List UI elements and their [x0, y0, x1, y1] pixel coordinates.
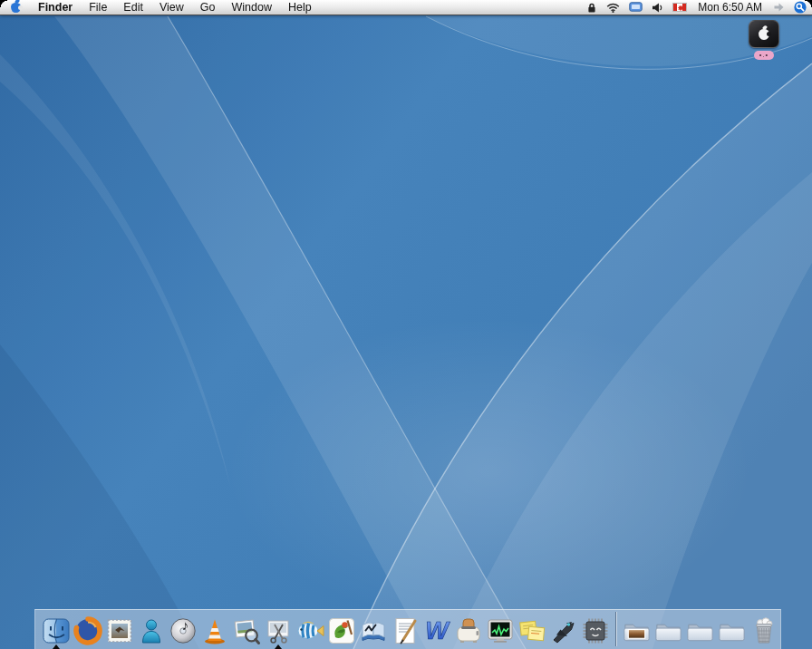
lock-icon: [586, 2, 597, 14]
dock-item-pictures-folder[interactable]: [621, 613, 652, 646]
airport-wifi-icon: [606, 3, 620, 13]
dock-item-cpu-chip[interactable]: [579, 613, 611, 646]
menu-file[interactable]: File: [81, 0, 115, 15]
finder-icon: [41, 615, 72, 646]
dock-item-parrot-paint[interactable]: [325, 613, 357, 646]
mail-stamp-icon: [104, 615, 135, 646]
dock-item-word[interactable]: W: [420, 613, 452, 646]
dock-item-messenger[interactable]: [135, 613, 167, 646]
dock-divider: [615, 612, 616, 646]
folder-icon: [652, 615, 684, 646]
screen-corner-right: [805, 0, 812, 7]
menu-window[interactable]: Window: [223, 0, 279, 15]
user-switching-menu[interactable]: [768, 0, 789, 15]
dock-item-textedit[interactable]: [389, 613, 420, 646]
dock-item-activity-monitor[interactable]: [484, 613, 516, 646]
volume-icon: [652, 3, 663, 13]
dock-item-grab[interactable]: [262, 613, 294, 646]
dock-item-fish-app[interactable]: [294, 613, 325, 646]
menu-finder[interactable]: Finder: [30, 0, 81, 15]
hard-disk-label: •.•: [754, 51, 774, 60]
menu-edit[interactable]: Edit: [115, 0, 151, 15]
menu-clock[interactable]: Mon 6:50 AM: [691, 1, 768, 14]
dock-item-trash[interactable]: [748, 613, 779, 646]
folder-icon: [716, 615, 748, 646]
svg-text:W: W: [425, 617, 450, 644]
input-source-menu[interactable]: [668, 0, 691, 15]
dock-item-finder[interactable]: [40, 613, 72, 646]
screen-corner-left: [0, 0, 7, 7]
canadian-flag-icon: [672, 3, 687, 12]
blue-notebook-icon: [358, 615, 389, 646]
aqua-blue-wallpaper: [0, 0, 812, 649]
dock-item-firefox[interactable]: [72, 613, 103, 646]
dock-item-folder-3[interactable]: [716, 613, 748, 646]
dock-item-stickies[interactable]: [516, 613, 547, 646]
jet-fighter-icon: [548, 615, 579, 646]
volume-menu[interactable]: [647, 0, 668, 15]
parrot-paint-icon: [326, 615, 357, 646]
user-switching-icon: [773, 2, 785, 13]
dock: ♪: [34, 609, 781, 649]
white-apple-logo-icon: [759, 29, 769, 40]
textedit-icon: [390, 615, 420, 646]
lock-menu[interactable]: [582, 0, 602, 15]
dock-item-notebook[interactable]: [357, 613, 389, 646]
firefox-icon: [72, 615, 103, 646]
stickies-icon: [517, 615, 547, 646]
black-apple-drive-icon: [749, 20, 779, 48]
trash-full-icon: [749, 615, 779, 646]
tropical-fish-icon: [295, 615, 325, 646]
messenger-person-icon: [136, 615, 167, 646]
menu-help[interactable]: Help: [280, 0, 320, 15]
displays-menu[interactable]: [624, 0, 647, 15]
desktop-screen: Finder File Edit View Go Window Help: [0, 0, 812, 649]
menu-extras: Mon 6:50 AM: [582, 0, 812, 15]
dock-item-music-cd[interactable]: ♪: [167, 613, 198, 646]
dock-item-jet[interactable]: [547, 613, 579, 646]
grab-scissors-icon: [263, 615, 294, 646]
vlc-cone-icon: [199, 615, 230, 646]
cpu-chip-face-icon: [580, 615, 611, 646]
dock-item-preview[interactable]: [230, 613, 262, 646]
microsoft-word-icon: W: [421, 615, 452, 646]
activity-monitor-icon: [485, 615, 516, 646]
folder-icon: [684, 615, 716, 646]
music-cd-icon: ♪: [168, 615, 198, 646]
wifi-menu[interactable]: [602, 0, 624, 15]
dock-item-folder-1[interactable]: [652, 613, 684, 646]
menu-go[interactable]: Go: [192, 0, 224, 15]
menu-bar: Finder File Edit View Go Window Help: [0, 0, 812, 15]
svg-text:♪: ♪: [181, 617, 188, 633]
displays-icon: [629, 2, 643, 13]
dock-item-toast[interactable]: [452, 613, 484, 646]
toast-burner-icon: [453, 615, 484, 646]
dock-item-folder-2[interactable]: [684, 613, 716, 646]
preview-photos-loupe-icon: [231, 615, 262, 646]
dock-item-vlc[interactable]: [198, 613, 230, 646]
menu-view[interactable]: View: [151, 0, 192, 15]
hard-disk-desktop-icon[interactable]: •.•: [745, 20, 783, 60]
apple-logo-icon: [11, 3, 21, 13]
pictures-folder-icon: [621, 615, 652, 646]
dock-item-mail[interactable]: [103, 613, 135, 646]
